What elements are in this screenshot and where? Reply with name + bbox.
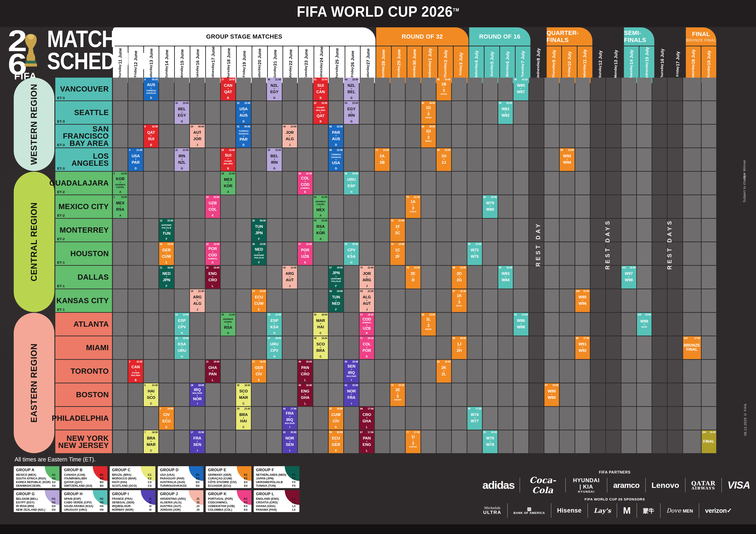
grid-cell (267, 407, 282, 430)
grid-cell (467, 430, 482, 453)
grid-cell (329, 383, 343, 406)
grid-cell (544, 148, 559, 171)
city-label-toronto: TORONTO (55, 360, 112, 383)
grid-cell (344, 336, 359, 359)
grid-cell (159, 289, 174, 312)
grid-cell (514, 360, 528, 383)
match-cell-5: 521:00HAIvSCOC (144, 383, 158, 406)
grid-cell (606, 336, 621, 359)
grid-cell (283, 101, 297, 124)
grid-cell (560, 313, 574, 336)
grid-cell (606, 125, 621, 147)
grid-cell (437, 407, 451, 430)
match-cell-40: 4021:00NZLvEGYG (267, 78, 282, 100)
legend-team-row: SWITZERLAND (SUI)B4 (64, 484, 103, 488)
grid-cell (467, 219, 482, 242)
grid-cell (375, 172, 390, 194)
grid-cell (113, 266, 127, 289)
grid-cell (236, 289, 251, 312)
grid-cell (529, 148, 544, 171)
grid-cell (113, 336, 127, 359)
grid-cell (375, 407, 390, 430)
grid-cell (702, 195, 716, 218)
grid-cell (236, 172, 251, 194)
grid-cell (221, 101, 235, 124)
grid-cell (421, 407, 436, 430)
match-cell-91: 9116:00W76vW78 (483, 430, 497, 453)
grid-cell (575, 172, 590, 194)
legend-card-group-a: GROUP AMEXICO (MEX)A1SOUTH AFRICA (RSA)A… (14, 466, 59, 488)
grid-cell (606, 78, 621, 100)
et-offset-label: ET-3 (57, 120, 65, 123)
grid-cell (205, 219, 220, 242)
grid-cell (437, 336, 451, 359)
grid-cell (298, 125, 312, 147)
grid-cell (329, 242, 343, 265)
grid-cell (544, 78, 559, 100)
grid-cell (360, 383, 374, 406)
match-cell-13: 1318:00KSAvURUH (175, 336, 189, 359)
grid-cell (683, 219, 701, 242)
match-cell-34: 3420:00ECUvCUWE (252, 289, 266, 312)
grid-cell (313, 430, 328, 453)
grid-cell (252, 430, 266, 453)
grid-cell (683, 313, 701, 336)
grid-cell (575, 242, 590, 265)
legend-team-row: PANAMA (PAN)L4 (256, 508, 295, 512)
match-cell-16: 1615:00BELvEGYG (175, 101, 189, 124)
grid-cell (406, 242, 420, 265)
match-cell-18: 1818:00IRQBOL/SURvNORI (190, 383, 204, 406)
grid-cell (483, 407, 497, 430)
grid-cell (437, 383, 451, 406)
grid-cell (529, 78, 544, 100)
grid-cell (652, 383, 667, 406)
grid-cell (560, 242, 574, 265)
grid-cell (637, 407, 652, 430)
grid-cell (683, 360, 701, 383)
grid-cell (560, 172, 574, 194)
grid-cell (128, 172, 143, 194)
date-header-band: Thursday11 JuneFriday12 JuneSaturday13 J… (113, 46, 716, 76)
grid-cell (329, 313, 343, 336)
match-cell-24: 2422:00UZBvCOLK (205, 195, 220, 218)
grid-cell (667, 172, 682, 194)
grid-cell (637, 125, 652, 147)
grid-cell (375, 360, 390, 383)
grid-cell (190, 360, 204, 383)
city-label-monterrey: MONTERREYET-2 (55, 219, 112, 242)
grid-cell (483, 360, 497, 383)
grid-cell (683, 195, 701, 218)
grid-cell (637, 78, 652, 100)
grid-cell (544, 172, 559, 194)
grid-cell (702, 125, 716, 147)
grid-cell (144, 266, 158, 289)
grid-cell (113, 78, 127, 100)
match-cell-46: 4619:00PANvCROL (298, 360, 312, 383)
grid-cell (144, 336, 158, 359)
grid-cell (514, 407, 528, 430)
grid-cell (590, 219, 605, 242)
grid-cell (667, 336, 682, 359)
legend-team-row: SOUTH AFRICA (RSA)A2 (16, 477, 56, 480)
match-cell-76: 7613:001Cv2F (390, 242, 405, 265)
grid-cell (652, 360, 667, 383)
grid-cell (514, 101, 528, 124)
grid-cell (390, 266, 405, 289)
legend-team-row: SPAIN (ESP)H1 (64, 497, 103, 501)
grid-cell (683, 125, 701, 147)
match-cell-54: 5421:00RSAvKORA (313, 219, 328, 242)
grid-cell (452, 172, 467, 194)
legend-card-group-i: GROUP IFRANCE (FRA)I1SENEGAL (SEN)I2IRQ/… (110, 490, 155, 512)
legend-team-row: AUSTRIA (AUT)J3 (160, 504, 200, 508)
match-cell-50: 5018:00MARvHAIC (313, 313, 328, 336)
grid-cell (267, 266, 282, 289)
match-cell-87: 8721:301Kv3DEIJL (452, 289, 467, 312)
grid-cell (252, 148, 266, 171)
grid-cell (637, 219, 652, 242)
grid-cell (467, 289, 482, 312)
grid-cell (375, 219, 390, 242)
grid-cell (236, 78, 251, 100)
city-label-houston: HOUSTONET-1 (55, 242, 112, 265)
grid-cell (514, 148, 528, 171)
grid-cell (329, 360, 343, 383)
